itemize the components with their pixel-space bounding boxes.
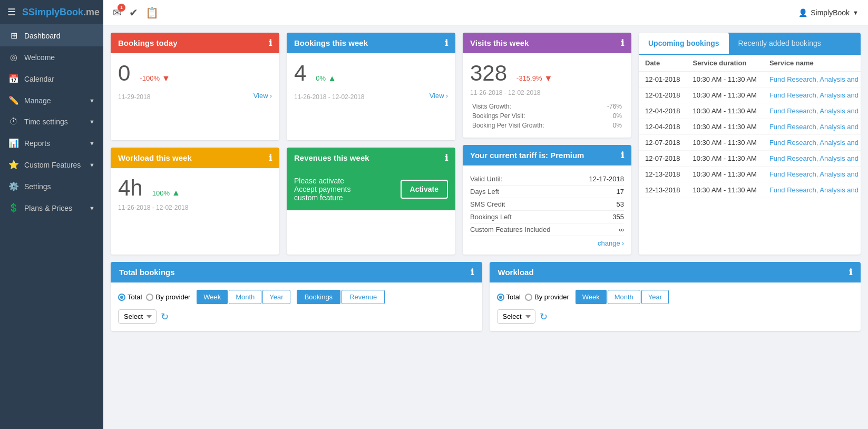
tariff-title: Your current tariff is: Premium xyxy=(470,151,584,160)
bookings-today-title: Bookings today xyxy=(118,38,178,47)
tab-upcoming-bookings[interactable]: Upcoming bookings xyxy=(639,33,729,54)
workload-period-buttons: Week Month Year xyxy=(576,290,669,304)
total-bookings-chart-title: Total bookings xyxy=(119,268,175,277)
workload-radio-total[interactable]: Total xyxy=(497,293,521,301)
workload-period-month-button[interactable]: Month xyxy=(608,290,640,304)
bookings-week-view-arrow-icon: › xyxy=(446,92,448,100)
plans-prices-icon: 💲 xyxy=(8,203,19,213)
table-row: 12-13-2018 10:30 AM - 11:30 AM Fund Rese… xyxy=(639,167,861,182)
radio-total-dot xyxy=(118,294,125,301)
service-link[interactable]: Fund Research, Analysis and Communicatio… xyxy=(769,170,861,178)
settings-icon: ⚙️ xyxy=(8,181,19,191)
bookings-today-widget: Bookings today ℹ 0 -100% ▼ 11-29-2018 xyxy=(111,33,279,140)
service-link[interactable]: Fund Research, Analysis and Communicatio… xyxy=(769,75,861,83)
activate-button[interactable]: Activate xyxy=(401,180,448,199)
tab-recently-added[interactable]: Recently added bookings xyxy=(729,33,831,54)
sidebar-item-reports[interactable]: 📊 Reports ▼ xyxy=(0,132,103,154)
sidebar-item-custom-features[interactable]: ⭐ Custom Features ▼ xyxy=(0,154,103,175)
revenues-week-widget: Revenues this week ℹ Please activate Acc… xyxy=(287,148,455,255)
service-link[interactable]: Fund Research, Analysis and Communicatio… xyxy=(769,107,861,115)
table-row: 12-07-2018 10:30 AM - 11:30 AM Fund Rese… xyxy=(639,151,861,167)
bookings-today-info-icon[interactable]: ℹ xyxy=(269,38,272,48)
tariff-bookings-left: Bookings Left 355 xyxy=(470,211,624,223)
visits-week-title: Visits this week xyxy=(470,38,529,47)
visits-growth-row: Visits Growth: -76% xyxy=(470,102,624,111)
calendar-icon: 📅 xyxy=(8,74,19,84)
custom-features-icon: ⭐ xyxy=(8,160,19,170)
visits-week-info-icon[interactable]: ℹ xyxy=(621,38,624,48)
sidebar-item-calendar[interactable]: 📅 Calendar xyxy=(0,68,103,90)
total-bookings-select[interactable]: Select xyxy=(118,309,157,324)
tariff-info-icon[interactable]: ℹ xyxy=(621,150,624,160)
service-link[interactable]: Fund Research, Analysis and Communicatio… xyxy=(769,139,861,147)
workload-period-week-button[interactable]: Week xyxy=(576,290,607,304)
main-area: ✉ 1 ✔ 📋 👤 SimplyBook ▼ Bookings today ℹ xyxy=(103,0,868,429)
total-bookings-info-icon[interactable]: ℹ xyxy=(471,267,474,277)
tariff-sms-credit: SMS Credit 53 xyxy=(470,198,624,211)
service-link[interactable]: Fund Research, Analysis and Communicatio… xyxy=(769,186,861,194)
workload-refresh-icon[interactable]: ↻ xyxy=(540,311,548,323)
service-link[interactable]: Fund Research, Analysis and Communicatio… xyxy=(769,154,861,162)
radio-by-provider[interactable]: By provider xyxy=(146,293,190,301)
user-name-label: SimplyBook xyxy=(811,8,850,17)
tariff-body: Valid Until: 12-17-2018 Days Left 17 SMS… xyxy=(463,165,631,255)
bookings-today-view-link[interactable]: View › xyxy=(253,92,272,100)
visits-week-stats: Visits Growth: -76% Bookings Per Visit: … xyxy=(470,102,624,130)
period-month-button[interactable]: Month xyxy=(229,290,261,304)
revenues-week-info-icon[interactable]: ℹ xyxy=(445,153,448,163)
visits-week-percent: -315.9% ▼ xyxy=(516,74,552,83)
hamburger-icon[interactable]: ☰ xyxy=(7,6,16,18)
visits-week-value: 328 xyxy=(470,61,507,86)
calendar-topbar-icon[interactable]: 📋 xyxy=(145,6,159,19)
workload-week-header: Workload this week ℹ xyxy=(111,148,279,168)
time-settings-chevron-icon: ▼ xyxy=(89,119,95,125)
type-bookings-button[interactable]: Bookings xyxy=(297,290,340,304)
col-service-name: Service name xyxy=(763,55,861,72)
sidebar-item-plans-prices[interactable]: 💲 Plans & Prices ▼ xyxy=(0,197,103,219)
bookings-week-info-icon[interactable]: ℹ xyxy=(445,38,448,48)
tariff-change-link[interactable]: change › xyxy=(470,239,624,247)
bookings-week-value: 4 xyxy=(294,61,306,86)
revenues-week-title: Revenues this week xyxy=(294,153,369,162)
sidebar-item-welcome[interactable]: ◎ Welcome xyxy=(0,46,103,68)
period-week-button[interactable]: Week xyxy=(197,290,228,304)
middle-widgets-col: Bookings this week ℹ 4 0% ▲ 11-26-201 xyxy=(287,33,455,255)
table-row: 12-01-2018 10:30 AM - 11:30 AM Fund Rese… xyxy=(639,87,861,103)
service-link[interactable]: Fund Research, Analysis and Communicatio… xyxy=(769,123,861,131)
sidebar-item-manage[interactable]: ✏️ Manage ▼ xyxy=(0,90,103,111)
workload-week-number-row: 4h 100% ▲ xyxy=(118,175,272,201)
sidebar: ☰ SSimplyBook.me ⊞ Dashboard ◎ Welcome 📅… xyxy=(0,0,103,429)
bookings-table: Date Service duration Service name 12-01… xyxy=(639,55,861,198)
workload-week-date: 11-26-2018 - 12-02-2018 xyxy=(118,204,272,211)
workload-chart-title: Workload xyxy=(498,268,534,277)
bookings-week-date: 11-26-2018 - 12-02-2018 xyxy=(294,93,364,101)
radio-total[interactable]: Total xyxy=(118,293,142,301)
reports-chevron-icon: ▼ xyxy=(89,140,95,147)
mail-icon[interactable]: ✉ 1 xyxy=(113,6,122,19)
workload-period-year-button[interactable]: Year xyxy=(641,290,669,304)
visits-week-header: Visits this week ℹ xyxy=(463,33,631,53)
tariff-days-left: Days Left 17 xyxy=(470,186,624,198)
custom-features-chevron-icon: ▼ xyxy=(89,162,95,168)
workload-radio-by-provider[interactable]: By provider xyxy=(525,293,569,301)
service-link[interactable]: Fund Research, Analysis and Communicatio… xyxy=(769,91,861,99)
visits-week-widget: Visits this week ℹ 328 -315.9% ▼ 11-26-2… xyxy=(463,33,631,138)
user-menu[interactable]: 👤 SimplyBook ▼ xyxy=(798,8,859,17)
revenues-prompt: Please activate Accept payments custom f… xyxy=(294,177,350,202)
bookings-tabs: Upcoming bookings Recently added booking… xyxy=(639,33,861,55)
user-avatar-icon: 👤 xyxy=(798,8,807,17)
period-year-button[interactable]: Year xyxy=(262,290,290,304)
tasks-icon[interactable]: ✔ xyxy=(129,6,138,19)
sidebar-item-time-settings[interactable]: ⏱ Time settings ▼ xyxy=(0,111,103,132)
workload-chart-info-icon[interactable]: ℹ xyxy=(849,267,852,277)
sidebar-item-settings[interactable]: ⚙️ Settings xyxy=(0,175,103,197)
type-revenue-button[interactable]: Revenue xyxy=(342,290,385,304)
total-bookings-refresh-icon[interactable]: ↻ xyxy=(161,311,169,323)
time-settings-icon: ⏱ xyxy=(8,117,19,126)
sidebar-item-dashboard[interactable]: ⊞ Dashboard xyxy=(0,25,103,46)
bookings-today-date: 11-29-2018 xyxy=(118,93,150,101)
bookings-week-view-link[interactable]: View › xyxy=(430,92,448,100)
workload-week-info-icon[interactable]: ℹ xyxy=(269,153,272,163)
bookings-week-header: Bookings this week ℹ xyxy=(287,33,455,53)
workload-select[interactable]: Select xyxy=(497,309,535,324)
